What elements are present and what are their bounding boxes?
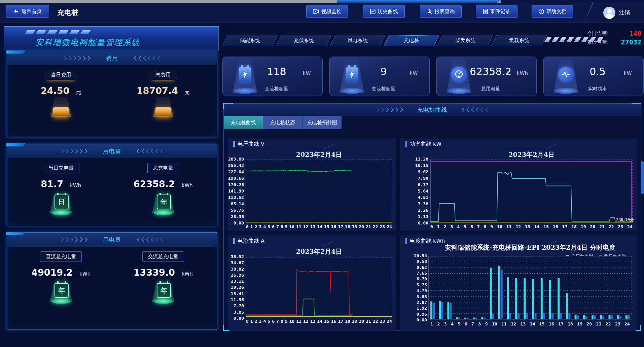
scrollbar-thumb[interactable] xyxy=(641,161,644,194)
current-plot-area xyxy=(246,257,392,317)
document-icon xyxy=(483,9,488,14)
tab-wind-system[interactable]: 风电系统 xyxy=(332,35,383,46)
y-tick-label: 4.51 xyxy=(412,195,428,200)
x-tick-label: 3 xyxy=(259,319,262,324)
y-tick-label: 7.66 xyxy=(410,271,427,276)
realtime-power-value: 0.5 xyxy=(574,66,621,77)
report-query-button[interactable]: 报表查询 xyxy=(420,5,462,18)
y-tick-label: 10.54 xyxy=(410,253,427,258)
x-tick-label: 4 xyxy=(451,321,454,326)
charge-energy-title: 用电量 xyxy=(103,147,121,155)
y-tick-label: 4.79 xyxy=(410,288,427,293)
calendar-day-icon: 日 xyxy=(46,190,76,219)
x-tick-label: 17 xyxy=(562,224,568,229)
x-tick-label: 22 xyxy=(373,319,378,324)
x-tick-label: 21 xyxy=(366,224,371,229)
y-tick-label: 6.70 xyxy=(410,276,427,281)
x-tick-label: 15 xyxy=(324,224,329,229)
arrows-right-decoration xyxy=(60,149,88,153)
power-y-axis: 11.2810.159.027.906.775.644.513.382.261.… xyxy=(412,157,428,225)
event-record-button[interactable]: 事件记录 xyxy=(476,5,517,18)
gold-box-icon xyxy=(148,97,178,126)
x-tick-label: 2 xyxy=(255,319,257,324)
voltage-x-axis: 0123456789101112131415161718192021222324 xyxy=(246,224,392,229)
x-tick-label: 24 xyxy=(624,321,630,326)
subtab-pile-status[interactable]: 充电桩状态 xyxy=(263,116,302,129)
total-energy-unit: kWh xyxy=(517,70,528,76)
y-tick-label: 283.80 xyxy=(228,157,244,162)
ac-total-charge-stat: 交流总充电量 13339.0kWh 年 xyxy=(115,251,211,307)
y-tick-label: 30.82 xyxy=(228,267,244,272)
total-charge-value: 62358.2 xyxy=(134,179,175,189)
x-tick-label: 15 xyxy=(539,321,545,326)
x-tick-label: 12 xyxy=(303,224,309,229)
tab-load-system[interactable]: 负载系统 xyxy=(494,35,544,46)
user-avatar[interactable] xyxy=(603,7,615,19)
x-tick-label: 8 xyxy=(478,321,481,326)
history-curve-button[interactable]: 历史曲线 xyxy=(363,5,405,18)
x-tick-label: 7 xyxy=(276,319,279,324)
x-tick-label: 18 xyxy=(568,321,573,326)
curve-panel-title: 充电桩曲线 xyxy=(417,106,448,114)
x-tick-label: 15 xyxy=(324,319,329,324)
logout-button[interactable]: 注销 xyxy=(619,3,630,22)
tab-storage-system[interactable]: 储能系统 xyxy=(225,35,275,46)
dc-pile-capacity-caption: 直流桩容量 xyxy=(250,86,303,92)
subtab-pile-curve[interactable]: 充电桩曲线 xyxy=(224,116,263,129)
daily-charge-unit: kWh xyxy=(70,182,81,188)
y-tick-label: 0.00 xyxy=(412,220,428,225)
x-tick-label: 16 xyxy=(553,224,558,229)
x-tick-label: 6 xyxy=(272,319,275,324)
x-tick-label: 4 xyxy=(263,224,266,229)
y-tick-label: 8.62 xyxy=(410,265,427,270)
x-tick-label: 9 xyxy=(490,224,493,229)
search-icon xyxy=(427,9,432,14)
total-charge-unit: kWh xyxy=(182,182,193,188)
power-chart-title: 功率曲线 xyxy=(410,141,431,147)
dc-total-charge-value: 49019.2 xyxy=(31,267,73,278)
x-tick-label: 0 xyxy=(430,224,433,229)
x-tick-label: 5 xyxy=(464,224,466,229)
today-alarm-value: 140 xyxy=(629,29,641,37)
total-alarm-value: 27032 xyxy=(621,38,641,46)
back-arrow-icon xyxy=(13,9,19,14)
arrows-right-decoration xyxy=(63,57,91,60)
subtab-pile-topology[interactable]: 充电桩拓扑图 xyxy=(302,116,342,129)
x-tick-label: 23 xyxy=(618,224,623,229)
arrows-left-decoration xyxy=(133,57,161,60)
charging-curve-panel: 充电桩曲线 充电桩曲线 充电桩状态 充电桩拓扑图 电压曲线 V 2023年2月4… xyxy=(223,103,641,331)
x-tick-label: 4 xyxy=(457,224,460,229)
tab-pv-system[interactable]: 光伏系统 xyxy=(279,35,329,46)
ac-pile-capacity-card: 9 kW 交流桩容量 xyxy=(329,57,430,96)
power-chart: 功率曲线 kW 2023年2月4日 11.2810.159.027.906.77… xyxy=(400,138,637,231)
x-tick-label: 20 xyxy=(359,319,364,324)
y-tick-label: 56.76 xyxy=(228,208,244,213)
x-tick-label: 19 xyxy=(352,319,357,324)
y-tick-label: 28.38 xyxy=(228,214,244,219)
tab-charging-pile[interactable]: 充电桩 xyxy=(386,35,437,46)
y-tick-label: 23.11 xyxy=(228,279,244,284)
help-icon: ? xyxy=(539,9,544,14)
x-tick-label: 9 xyxy=(285,319,288,324)
daily-cost-unit: 元 xyxy=(76,89,81,96)
video-icon xyxy=(313,9,319,14)
power-chart-date: 2023年2月4日 xyxy=(430,150,633,159)
x-tick-label: 24 xyxy=(387,224,392,229)
x-tick-label: 17 xyxy=(558,321,564,326)
x-tick-label: 11 xyxy=(501,321,507,326)
x-tick-label: 22 xyxy=(609,224,614,229)
x-tick-label: 1 xyxy=(250,319,253,324)
x-tick-label: 23 xyxy=(615,321,620,326)
back-home-button[interactable]: 返回首页 xyxy=(6,5,49,18)
video-monitor-button[interactable]: 视频监控 xyxy=(306,5,348,18)
help-docs-button[interactable]: ? 帮助文档 xyxy=(532,5,573,18)
y-tick-label: 9.58 xyxy=(410,259,427,264)
y-tick-label: 11.56 xyxy=(228,297,244,302)
y-tick-label: 26.96 xyxy=(228,273,244,278)
y-tick-label: 9.02 xyxy=(412,169,428,174)
top-nav-bar: 返回首页 充电桩 视频监控 历史曲线 报表查询 事件记录 ? 帮助文档 注销 xyxy=(0,3,644,23)
tab-diesel-system[interactable]: 柴发系统 xyxy=(440,35,491,46)
total-cost-unit: 元 xyxy=(185,89,190,96)
y-tick-label: 7.70 xyxy=(228,303,244,308)
history-curve-label: 历史曲线 xyxy=(378,8,398,15)
